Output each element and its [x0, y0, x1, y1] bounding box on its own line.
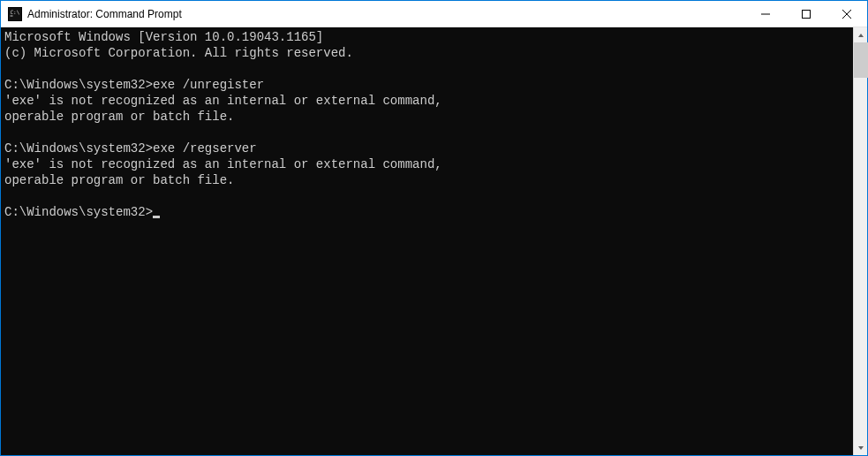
window-controls: [745, 1, 867, 27]
typed-command: exe /unregister: [153, 78, 264, 92]
vertical-scrollbar[interactable]: [853, 27, 867, 455]
scroll-thumb[interactable]: [854, 42, 868, 78]
error-line: operable program or batch file.: [4, 173, 234, 187]
banner-line: (c) Microsoft Corporation. All rights re…: [4, 46, 353, 60]
svg-text:C:\: C:\: [11, 9, 20, 15]
scroll-up-arrow-icon[interactable]: [854, 27, 868, 42]
client-area: Microsoft Windows [Version 10.0.19043.11…: [1, 27, 867, 455]
error-line: operable program or batch file.: [4, 110, 234, 124]
error-line: 'exe' is not recognized as an internal o…: [4, 94, 442, 108]
scroll-down-arrow-icon[interactable]: [854, 440, 868, 455]
prompt: C:\Windows\system32>: [4, 78, 153, 92]
cmd-window: C:\ Administrator: Command Prompt Micros…: [0, 0, 868, 456]
svg-rect-3: [11, 15, 13, 16]
cmd-icon: C:\: [8, 7, 22, 21]
typed-command: exe /regserver: [153, 141, 257, 156]
window-title: Administrator: Command Prompt: [27, 8, 745, 20]
prompt: C:\Windows\system32>: [4, 141, 153, 156]
banner-line: Microsoft Windows [Version 10.0.19043.11…: [4, 30, 323, 44]
svg-marker-9: [858, 446, 864, 450]
minimize-button[interactable]: [745, 1, 786, 27]
svg-rect-5: [803, 10, 811, 18]
maximize-button[interactable]: [786, 1, 826, 27]
error-line: 'exe' is not recognized as an internal o…: [4, 157, 442, 171]
console-output[interactable]: Microsoft Windows [Version 10.0.19043.11…: [1, 27, 853, 455]
prompt: C:\Windows\system32>: [4, 205, 153, 219]
titlebar[interactable]: C:\ Administrator: Command Prompt: [1, 1, 867, 27]
svg-marker-8: [858, 34, 864, 37]
text-cursor: [153, 216, 160, 218]
close-button[interactable]: [826, 1, 867, 27]
